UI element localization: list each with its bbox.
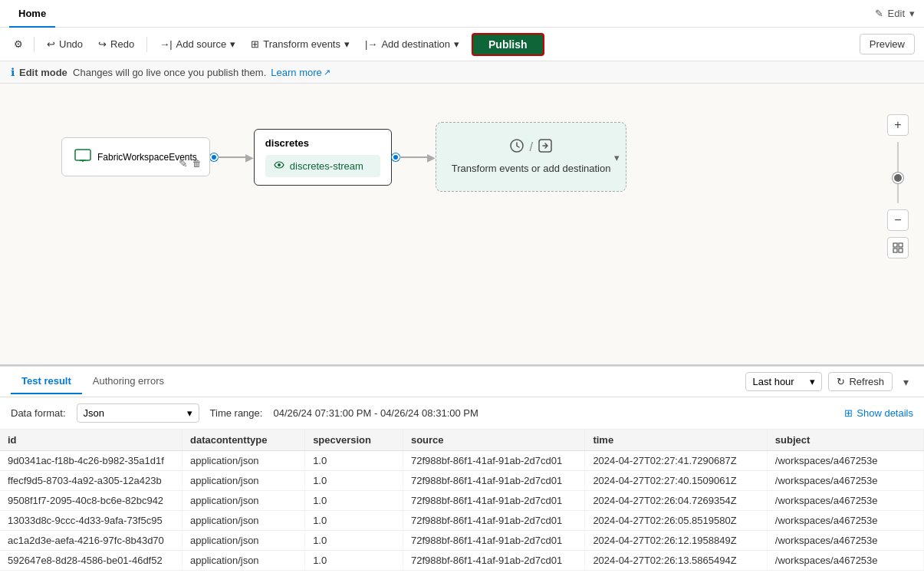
transform-icon [509,138,524,156]
table-row[interactable]: 13033d8c-9ccc-4d33-9afa-73f5c95applicati… [0,511,924,531]
pencil-icon: ✎ [875,8,883,19]
add-destination-button[interactable]: |→ Add destination ▾ [359,35,465,54]
svg-rect-7 [899,243,903,247]
cell-id: 592647e8-8d28-4586-be01-46df52 [0,551,182,571]
flow-container: FabricWorkspaceEvents ✎ 🗑 ▶ discretes di… [61,122,626,192]
destination-chevron[interactable]: ▾ [614,151,620,163]
stream-label: discretes-stream [290,160,363,172]
home-tab[interactable]: Home [9,0,55,28]
table-row[interactable]: 9d0341ac-f18b-4c26-b982-35a1d1fapplicati… [0,451,924,471]
col-specversion: specversion [305,430,403,451]
cell-source: 72f988bf-86f1-41af-91ab-2d7cd01 [403,511,584,531]
dot-1 [210,153,218,161]
cell-time: 2024-04-27T02:27:41.7290687Z [585,451,767,471]
zoom-slider-track [897,142,899,203]
zoom-out-button[interactable]: − [887,209,909,231]
stream-node[interactable]: discretes discretes-stream [254,129,392,186]
source-delete-button[interactable]: 🗑 [192,157,202,170]
table-row[interactable]: 592647e8-8d28-4586-be01-46df52applicatio… [0,551,924,571]
add-source-button[interactable]: →| Add source ▾ [153,35,242,54]
cell-subject: /workspaces/a467253e [767,491,923,511]
tab-authoring-errors[interactable]: Authoring errors [82,369,175,394]
col-subject: subject [767,430,923,451]
cell-datacontenttype: application/json [182,511,304,531]
time-select[interactable]: Last hour ▾ [745,372,822,391]
cell-specversion: 1.0 [305,451,403,471]
undo-button[interactable]: ↩ Undo [41,35,89,54]
cell-specversion: 1.0 [305,551,403,571]
refresh-button[interactable]: ↻ Refresh [828,372,893,391]
destination-text: Transform events or add destination [452,162,611,176]
svg-rect-9 [899,249,903,252]
cell-datacontenttype: application/json [182,451,304,471]
zoom-slider-thumb[interactable] [893,173,903,183]
table-row[interactable]: 9508f1f7-2095-40c8-bc6e-82bc942applicati… [0,491,924,511]
cell-subject: /workspaces/a467253e [767,551,923,571]
tab-test-result[interactable]: Test result [11,369,82,394]
learn-more-link[interactable]: Learn more ↗ [271,67,330,78]
title-bar: Home ✎ Edit ▾ [0,0,924,28]
transform-events-button[interactable]: ⊞ Transform events ▾ [245,35,356,54]
preview-button[interactable]: Preview [860,34,915,54]
dest-arrow-icon [538,138,553,156]
settings-button[interactable]: ⚙ [9,35,28,54]
time-select-chevron: ▾ [810,376,815,387]
source-node[interactable]: FabricWorkspaceEvents ✎ 🗑 [61,137,210,176]
tabs-right: Last hour ▾ ↻ Refresh ▾ [745,372,913,391]
cell-specversion: 1.0 [305,531,403,551]
external-link-icon: ↗ [324,68,330,77]
table-row[interactable]: ac1a2d3e-aefa-4216-97fc-8b43d70applicati… [0,531,924,551]
edit-chevron[interactable]: ▾ [909,8,915,19]
title-bar-right: ✎ Edit ▾ [875,8,915,19]
cell-subject: /workspaces/a467253e [767,451,923,471]
svg-rect-8 [893,249,897,252]
filter-row: Data format: Json ▾ Time range: 04/26/24… [0,397,924,430]
add-destination-chevron: ▾ [454,38,459,50]
toolbar-divider-1 [34,37,35,52]
cell-id: 13033d8c-9ccc-4d33-9afa-73f5c95 [0,511,182,531]
svg-point-3 [278,163,281,166]
source-edit-button[interactable]: ✎ [179,157,188,170]
cell-subject: /workspaces/a467253e [767,471,923,491]
data-format-label: Data format: [11,407,66,419]
time-range-label: Time range: [210,407,263,419]
zoom-in-button[interactable]: + [887,114,909,136]
info-icon: ℹ [11,66,15,78]
zoom-fit-button[interactable] [887,237,909,259]
show-details-button[interactable]: ⊞ Show details [844,407,913,419]
transform-chevron: ▾ [344,38,350,50]
destination-icons: / [452,138,611,156]
destination-node[interactable]: / Transform events or add destination ▾ [436,122,627,192]
cell-subject: /workspaces/a467253e [767,511,923,531]
cell-datacontenttype: application/json [182,491,304,511]
publish-button[interactable]: Publish [472,33,544,56]
connector-1: ▶ [210,151,254,163]
cell-subject: /workspaces/a467253e [767,531,923,551]
cell-specversion: 1.0 [305,511,403,531]
line-2 [400,156,430,158]
stream-inner: discretes-stream [265,155,380,177]
cell-datacontenttype: application/json [182,531,304,551]
tabs-row: Test result Authoring errors Last hour ▾… [0,367,924,397]
col-datacontenttype: datacontenttype [182,430,304,451]
edit-button[interactable]: Edit [888,8,905,19]
add-source-chevron: ▾ [230,38,235,50]
cell-source: 72f988bf-86f1-41af-91ab-2d7cd01 [403,531,584,551]
cell-id: 9508f1f7-2095-40c8-bc6e-82bc942 [0,491,182,511]
cell-id: ffecf9d5-8703-4a92-a305-12a423b [0,471,182,491]
toolbar-divider-2 [146,37,147,52]
connector-2: ▶ [392,151,436,163]
data-format-select[interactable]: Json ▾ [77,403,199,423]
svg-rect-6 [893,243,897,247]
table-row[interactable]: ffecf9d5-8703-4a92-a305-12a423bapplicati… [0,471,924,491]
svg-rect-0 [75,150,90,160]
cell-time: 2024-04-27T02:26:12.1958849Z [585,531,767,551]
collapse-button[interactable]: ▾ [899,373,913,391]
refresh-icon: ↻ [837,376,845,387]
table-container: id datacontenttype specversion source ti… [0,430,924,573]
col-time: time [585,430,767,451]
redo-button[interactable]: ↪ Redo [92,35,140,54]
bottom-panel: Test result Authoring errors Last hour ▾… [0,366,924,573]
cell-source: 72f988bf-86f1-41af-91ab-2d7cd01 [403,491,584,511]
source-monitor-icon [74,149,91,165]
